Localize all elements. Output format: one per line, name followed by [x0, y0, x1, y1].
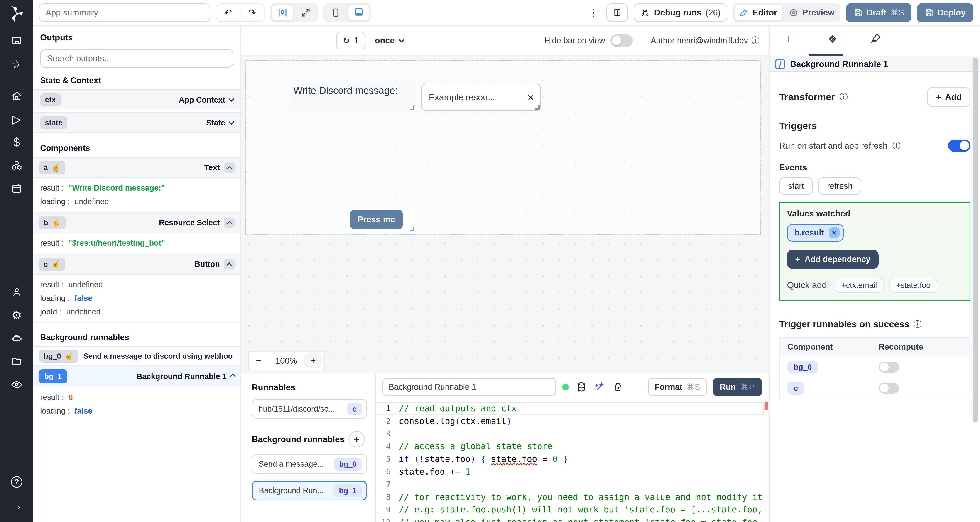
resize-handle[interactable]: [535, 105, 540, 110]
component-b-badge[interactable]: b☝: [39, 216, 65, 229]
button-component-cell[interactable]: Press me: [344, 207, 415, 232]
info-icon[interactable]: ⓘ: [840, 91, 848, 103]
resources-cubes-icon[interactable]: [0, 154, 33, 177]
variables-dollar-icon[interactable]: $: [0, 130, 33, 154]
ctx-badge[interactable]: ctx: [40, 94, 60, 106]
component-b-header[interactable]: b☝ Resource Select: [33, 213, 240, 233]
add-background-runnable-button[interactable]: +: [348, 431, 365, 447]
ai-wand-icon[interactable]: [593, 381, 606, 393]
info-icon[interactable]: ⓘ: [751, 35, 759, 46]
run-on-start-toggle[interactable]: [948, 140, 970, 152]
press-me-button[interactable]: Press me: [350, 210, 403, 229]
help-icon[interactable]: ?: [0, 470, 33, 493]
right-panel-scrollbar[interactable]: [972, 58, 978, 422]
text-component[interactable]: Write Discord message:: [292, 84, 415, 111]
code-editor-panel: Format⌘S Run⌘↵ 1// read outputs and ctx2…: [375, 374, 769, 522]
deploy-button[interactable]: Deploy: [917, 3, 973, 22]
preview-tab[interactable]: Preview: [784, 4, 839, 21]
editor-tab[interactable]: Editor: [734, 4, 783, 21]
search-outputs-input[interactable]: [40, 49, 234, 68]
debug-runs-button[interactable]: Debug runs (26): [633, 3, 727, 22]
bg1-badge[interactable]: bg_1: [39, 369, 67, 384]
add-transformer-button[interactable]: +Add: [927, 87, 970, 107]
collapse-chevron-up-icon[interactable]: [224, 259, 235, 269]
recompute-toggle[interactable]: [878, 383, 899, 394]
undo-button[interactable]: ↶: [216, 3, 240, 22]
run-button[interactable]: Run⌘↵: [713, 378, 762, 396]
runnable-item-hub[interactable]: hub/1511/discord/se... c: [252, 399, 367, 419]
docs-book-button[interactable]: [606, 3, 628, 22]
app-canvas[interactable]: Write Discord message: Example resou... …: [245, 60, 761, 235]
component-a-header[interactable]: a☝ Text: [33, 157, 240, 178]
refresh-count-button[interactable]: ↻ 1: [336, 32, 365, 49]
audit-eye-icon[interactable]: [0, 373, 33, 396]
mobile-view-button[interactable]: [325, 4, 347, 21]
quick-add-state-foo[interactable]: +state.foo: [889, 278, 937, 293]
schedules-calendar-icon[interactable]: [0, 177, 33, 200]
event-chip-start[interactable]: start: [779, 177, 813, 195]
workers-robot-icon[interactable]: [0, 327, 33, 350]
user-icon[interactable]: [0, 280, 33, 304]
collapse-chevron-up-icon[interactable]: [224, 218, 235, 228]
cache-database-icon[interactable]: [575, 381, 587, 393]
info-icon[interactable]: ⓘ: [892, 140, 900, 151]
styling-brush-tab-icon[interactable]: [868, 33, 884, 43]
clear-selection-icon[interactable]: ×: [528, 91, 533, 103]
chevron-down-icon[interactable]: [228, 119, 234, 124]
resize-handle[interactable]: [410, 227, 414, 231]
watched-value-chip[interactable]: b.result ×: [787, 224, 844, 242]
bg1-row-selected[interactable]: bg_1 Background Runnable 1: [33, 366, 240, 387]
component-badge[interactable]: bg_0: [788, 361, 818, 373]
redo-button[interactable]: ↷: [240, 3, 265, 22]
runnable-item-bg1-selected[interactable]: Background Run... bg_1: [252, 481, 367, 500]
resource-select-component[interactable]: Example resou... ×: [421, 84, 541, 111]
workspace-icon[interactable]: [0, 29, 33, 53]
chevron-down-icon[interactable]: [228, 96, 234, 102]
remove-watched-value-icon[interactable]: ×: [829, 227, 840, 238]
collapse-arrow-icon[interactable]: →: [0, 493, 33, 517]
format-button[interactable]: Format⌘S: [648, 378, 707, 396]
home-icon[interactable]: [0, 84, 33, 108]
state-row[interactable]: state State: [33, 112, 240, 133]
info-icon[interactable]: ⓘ: [913, 319, 922, 330]
bg0-badge[interactable]: bg_0☝: [39, 350, 78, 363]
state-badge[interactable]: state: [40, 116, 67, 129]
centered-layout-button[interactable]: [272, 4, 293, 21]
runnable-item-bg0[interactable]: Send a message... bg_0: [252, 454, 367, 474]
folders-icon[interactable]: [0, 350, 33, 373]
chevron-up-icon[interactable]: [230, 373, 235, 379]
hide-bar-toggle[interactable]: [611, 35, 633, 47]
component-c-badge[interactable]: c☝: [39, 258, 65, 271]
editor-scrollbar[interactable]: [764, 399, 769, 522]
bg0-row[interactable]: bg_0☝ Send a message to discord using we…: [33, 346, 240, 366]
settings-gear-icon[interactable]: ⚙: [0, 304, 33, 327]
recompute-toggle[interactable]: [878, 361, 899, 372]
refresh-mode-dropdown[interactable]: once: [375, 36, 404, 45]
app-summary-input[interactable]: [39, 3, 210, 22]
component-c-type: Button: [195, 260, 220, 269]
canvas-area[interactable]: Write Discord message: Example resou... …: [241, 56, 769, 374]
fullwidth-layout-button[interactable]: [295, 4, 317, 21]
favorites-star-icon[interactable]: ☆: [0, 53, 33, 76]
component-settings-tab-icon[interactable]: ❖: [824, 33, 840, 45]
insert-component-tab-plus-icon[interactable]: +: [781, 33, 797, 45]
runnable-name-input[interactable]: [382, 378, 556, 396]
code-editor[interactable]: 1// read outputs and ctx2console.log(ctx…: [375, 399, 764, 522]
quick-add-ctx-email[interactable]: +ctx.email: [835, 278, 884, 293]
more-options-kebab-icon[interactable]: ⋮: [585, 6, 601, 19]
add-dependency-button[interactable]: +Add dependency: [787, 250, 878, 269]
component-c-header[interactable]: c☝ Button: [33, 254, 240, 275]
resize-handle[interactable]: [410, 105, 414, 110]
zoom-out-button[interactable]: −: [249, 355, 268, 366]
desktop-view-button[interactable]: [348, 4, 369, 21]
draft-button[interactable]: Draft ⌘S: [846, 3, 912, 22]
delete-trash-icon[interactable]: [612, 381, 624, 393]
component-a-badge[interactable]: a☝: [39, 161, 65, 174]
event-chip-refresh[interactable]: refresh: [818, 177, 861, 195]
runs-play-icon[interactable]: ▷: [0, 108, 33, 130]
zoom-in-button[interactable]: +: [304, 353, 322, 368]
collapse-chevron-up-icon[interactable]: [224, 162, 235, 173]
component-badge[interactable]: c: [788, 382, 804, 395]
windmill-logo[interactable]: [8, 5, 25, 22]
ctx-row[interactable]: ctx App Context: [33, 89, 240, 110]
